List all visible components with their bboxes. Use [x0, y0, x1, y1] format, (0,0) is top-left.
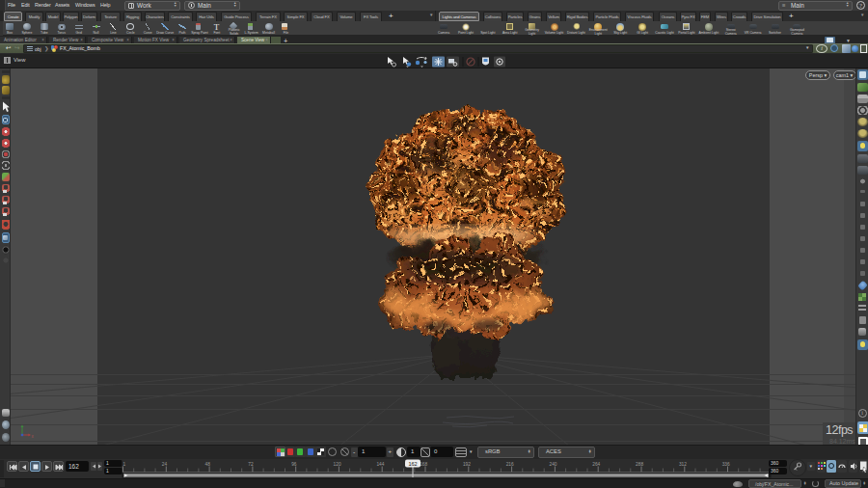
svg-text:264: 264 — [592, 462, 600, 467]
svg-text:312: 312 — [679, 462, 687, 467]
svg-text:216: 216 — [506, 462, 514, 467]
svg-text:144: 144 — [376, 462, 384, 467]
svg-text:24: 24 — [162, 462, 168, 467]
svg-text:96: 96 — [291, 462, 297, 467]
svg-text:168: 168 — [420, 462, 427, 467]
svg-text:120: 120 — [334, 462, 341, 467]
svg-text:192: 192 — [463, 462, 471, 467]
svg-text:162: 162 — [408, 461, 417, 467]
svg-text:x: x — [32, 434, 35, 439]
svg-text:1: 1 — [123, 462, 126, 467]
svg-text:72: 72 — [248, 462, 254, 467]
svg-text:288: 288 — [636, 462, 643, 467]
svg-text:336: 336 — [722, 462, 730, 467]
svg-text:240: 240 — [549, 462, 556, 467]
svg-text:48: 48 — [205, 462, 211, 467]
